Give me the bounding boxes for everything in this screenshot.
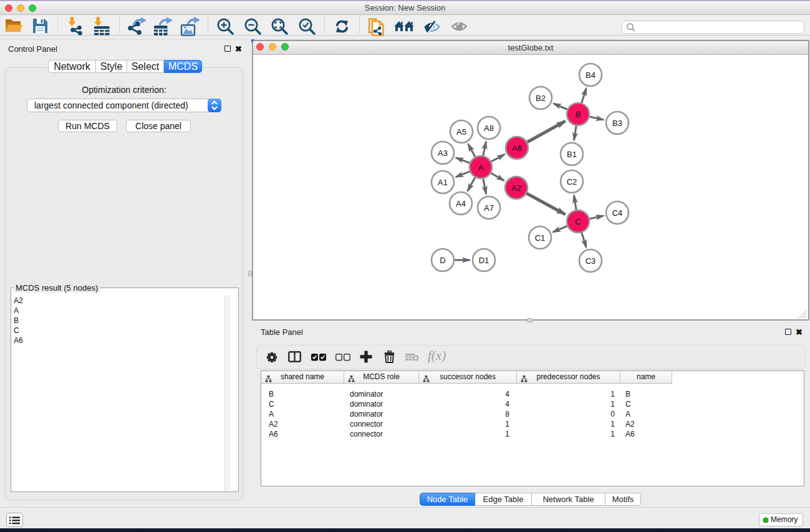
svg-text:A3: A3 xyxy=(438,148,448,158)
svg-text:B2: B2 xyxy=(536,94,546,103)
svg-text:D1: D1 xyxy=(479,256,489,265)
svg-text:A5: A5 xyxy=(456,127,466,137)
svg-text:B: B xyxy=(576,110,581,119)
svg-text:A7: A7 xyxy=(484,203,494,213)
svg-text:C3: C3 xyxy=(586,256,596,266)
svg-text:A8: A8 xyxy=(484,123,494,133)
svg-text:B3: B3 xyxy=(612,118,622,128)
svg-text:C4: C4 xyxy=(612,208,623,218)
svg-text:B4: B4 xyxy=(586,70,595,80)
svg-text:C1: C1 xyxy=(535,233,546,243)
svg-text:D: D xyxy=(440,256,445,265)
svg-text:C: C xyxy=(575,217,581,226)
svg-text:A6: A6 xyxy=(512,143,522,153)
svg-text:B1: B1 xyxy=(567,150,577,159)
svg-text:A: A xyxy=(478,163,484,172)
svg-text:A2: A2 xyxy=(511,183,521,193)
svg-text:A1: A1 xyxy=(438,178,448,187)
svg-text:A4: A4 xyxy=(456,199,466,208)
svg-text:C2: C2 xyxy=(567,177,577,186)
